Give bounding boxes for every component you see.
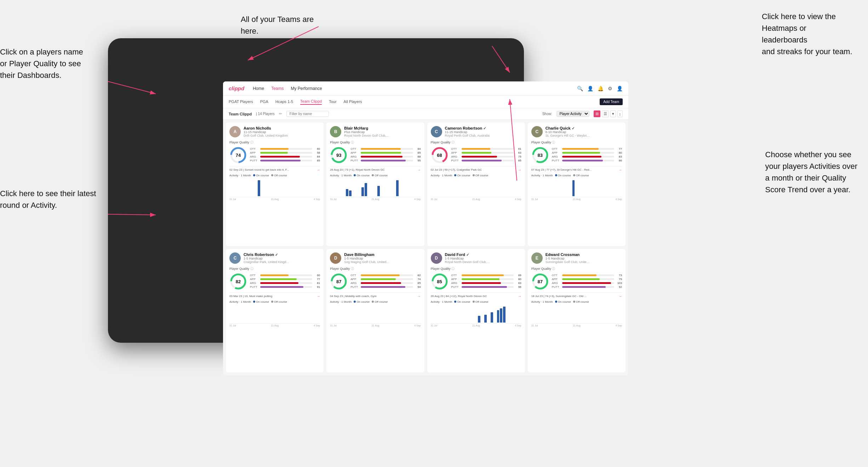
donut-container[interactable]: 83 bbox=[531, 146, 549, 164]
sort-button[interactable]: ↕ bbox=[617, 110, 623, 117]
player-name[interactable]: Dave Billingham bbox=[344, 252, 421, 257]
player-name[interactable]: Chris Robertson ✓ bbox=[244, 252, 320, 257]
subnav-pga[interactable]: PGA bbox=[260, 99, 268, 104]
list-view-button[interactable]: ☰ bbox=[602, 110, 609, 117]
player-avatar[interactable]: D bbox=[431, 252, 442, 264]
player-avatar[interactable]: C bbox=[229, 252, 241, 264]
stat-bar bbox=[462, 278, 514, 280]
round-arrow-icon[interactable]: → bbox=[316, 294, 320, 298]
nav-myperformance[interactable]: My Performance bbox=[291, 86, 322, 91]
stat-name: ARG bbox=[250, 155, 259, 158]
latest-round[interactable]: 26 Aug 23 | 84 (+12), Royal North Devon … bbox=[431, 292, 521, 298]
player-quality-value[interactable]: 82 bbox=[236, 279, 241, 284]
player-quality-value[interactable]: 68 bbox=[437, 153, 442, 158]
donut-container[interactable]: 74 bbox=[229, 146, 247, 164]
player-avatar[interactable]: A bbox=[229, 126, 241, 137]
quality-section[interactable]: 87 OTT 82 APP 74 ARG 8 bbox=[330, 273, 421, 290]
player-avatar[interactable]: B bbox=[330, 126, 341, 137]
quality-section[interactable]: 85 OTT 89 APP 80 ARG 8 bbox=[431, 273, 521, 290]
player-quality-value[interactable]: 87 bbox=[336, 279, 341, 284]
player-name[interactable]: Cameron Robertson ✓ bbox=[445, 126, 521, 130]
stat-row: OTT 61 bbox=[451, 147, 521, 150]
quality-section[interactable]: 87 OTT 73 APP 79 ARG 1 bbox=[531, 273, 622, 290]
player-quality-value[interactable]: 85 bbox=[437, 279, 442, 284]
subnav-tour[interactable]: Tour bbox=[329, 99, 336, 104]
grid-view-button[interactable]: ⊞ bbox=[594, 110, 600, 117]
stat-row: ARG 83 bbox=[451, 281, 521, 285]
player-quality-value[interactable]: 87 bbox=[538, 279, 543, 284]
donut-container[interactable]: 87 bbox=[330, 273, 348, 290]
avatar-icon[interactable]: 👤 bbox=[617, 86, 623, 91]
edit-team-icon[interactable]: ✏ bbox=[279, 112, 282, 116]
activity-label: Activity · 1 Month On course Off course bbox=[229, 174, 320, 177]
player-header: C Chris Robertson ✓ 1-5 Handicap Craigmi… bbox=[229, 252, 320, 264]
quality-section[interactable]: 74 OTT 60 APP 58 ARG 8 bbox=[229, 146, 320, 164]
search-icon[interactable]: 🔍 bbox=[577, 86, 583, 91]
player-avatar[interactable]: D bbox=[330, 252, 341, 264]
player-grid: A Aaron Nicholls 11-15 Handicap Drift Go… bbox=[223, 120, 628, 375]
player-club: Royal Perth Golf Club, Australia bbox=[445, 134, 491, 137]
player-quality-value[interactable]: 74 bbox=[236, 153, 241, 158]
player-avatar[interactable]: C bbox=[531, 126, 543, 137]
show-select[interactable]: Player Activity bbox=[556, 111, 589, 117]
player-name[interactable]: David Ford ✓ bbox=[445, 252, 521, 257]
donut-container[interactable]: 68 bbox=[431, 146, 449, 164]
donut-container[interactable]: 82 bbox=[229, 273, 247, 290]
latest-round-text: 18 Jul 23 | 74 (+3), Sunningdale GC - Ol… bbox=[531, 295, 587, 298]
donut-container[interactable]: 87 bbox=[531, 273, 549, 290]
filter-input[interactable] bbox=[286, 111, 329, 117]
stats-grid: OTT 73 APP 79 ARG 103 PUTT bbox=[552, 274, 622, 289]
round-arrow-icon[interactable]: → bbox=[618, 168, 622, 172]
bell-icon[interactable]: 🔔 bbox=[598, 86, 604, 91]
player-name[interactable]: Blair McHarg bbox=[344, 126, 421, 130]
player-avatar[interactable]: C bbox=[431, 126, 442, 137]
callout-dashboards: Click on a players nameor Player Quality… bbox=[0, 46, 83, 81]
donut-container[interactable]: 85 bbox=[431, 273, 449, 290]
stat-row: APP 85 bbox=[350, 151, 421, 154]
chart-dates: 31 Jul 21 Aug 4 Sep bbox=[531, 324, 622, 327]
stat-value: 77 bbox=[314, 278, 320, 281]
latest-round[interactable]: 26 Aug 23 | 73 (+1), Royal North Devon G… bbox=[330, 166, 421, 172]
add-team-button[interactable]: Add Team bbox=[600, 98, 623, 105]
player-card: D David Ford ✓ 1-5 Handicap Royal North … bbox=[427, 249, 525, 372]
latest-round[interactable]: 07 Aug 23 | 77 (+7), St George's Hill GC… bbox=[531, 166, 622, 172]
quality-section[interactable]: 93 OTT 84 APP 85 ARG 8 bbox=[330, 146, 421, 164]
quality-section[interactable]: 82 OTT 60 APP 77 ARG 8 bbox=[229, 273, 320, 290]
player-name[interactable]: Charlie Quick ✓ bbox=[546, 126, 622, 130]
settings-icon[interactable]: ⚙ bbox=[608, 86, 612, 91]
activity-section: Activity · 1 Month On course Off course … bbox=[531, 300, 622, 327]
round-arrow-icon[interactable]: → bbox=[518, 294, 521, 298]
latest-round[interactable]: 04 Sep 23 | Mobility with coach, Gym → bbox=[330, 292, 421, 298]
subnav-teamclippd[interactable]: Team Clippd bbox=[300, 99, 322, 105]
player-avatar[interactable]: E bbox=[531, 252, 543, 264]
latest-round[interactable]: 03 Mar 23 | 19, Must make putting → bbox=[229, 292, 320, 298]
donut-container[interactable]: 93 bbox=[330, 146, 348, 164]
stat-bar bbox=[562, 278, 614, 280]
round-arrow-icon[interactable]: → bbox=[618, 294, 622, 298]
latest-round[interactable]: 02 Sep 23 | Sunset round to get back int… bbox=[229, 166, 320, 172]
subnav-allplayers[interactable]: All Players bbox=[344, 99, 362, 104]
round-arrow-icon[interactable]: → bbox=[518, 168, 521, 172]
team-count: | 14 Players bbox=[256, 112, 275, 116]
stat-bar bbox=[260, 160, 312, 161]
player-quality-value[interactable]: 83 bbox=[538, 153, 543, 158]
player-name[interactable]: Edward Crossman bbox=[546, 252, 622, 257]
latest-round[interactable]: 02 Jul 23 | 59 (+17), Craigmillar Park G… bbox=[431, 166, 521, 172]
profile-icon[interactable]: 👤 bbox=[587, 86, 593, 91]
stat-row: APP 63 bbox=[451, 151, 521, 154]
stats-grid: OTT 77 APP 80 ARG 83 PUTT bbox=[552, 147, 622, 163]
quality-section[interactable]: 68 OTT 61 APP 63 ARG 7 bbox=[431, 146, 521, 164]
nav-teams[interactable]: Teams bbox=[271, 86, 284, 91]
filter-button[interactable]: ▾ bbox=[610, 110, 616, 117]
round-arrow-icon[interactable]: → bbox=[417, 294, 421, 298]
round-arrow-icon[interactable]: → bbox=[417, 168, 421, 172]
subnav-pgat[interactable]: PGAT Players bbox=[229, 99, 253, 104]
nav-home[interactable]: Home bbox=[253, 86, 264, 91]
player-name[interactable]: Aaron Nicholls bbox=[244, 126, 320, 130]
player-club: St. George's Hill GC - Weybridge - Surre… bbox=[546, 134, 592, 137]
round-arrow-icon[interactable]: → bbox=[316, 168, 320, 172]
player-quality-value[interactable]: 93 bbox=[336, 153, 341, 158]
latest-round[interactable]: 18 Jul 23 | 74 (+3), Sunningdale GC - Ol… bbox=[531, 292, 622, 298]
subnav-hcaps[interactable]: Hcaps 1-5 bbox=[275, 99, 293, 104]
quality-section[interactable]: 83 OTT 77 APP 80 ARG 8 bbox=[531, 146, 622, 164]
